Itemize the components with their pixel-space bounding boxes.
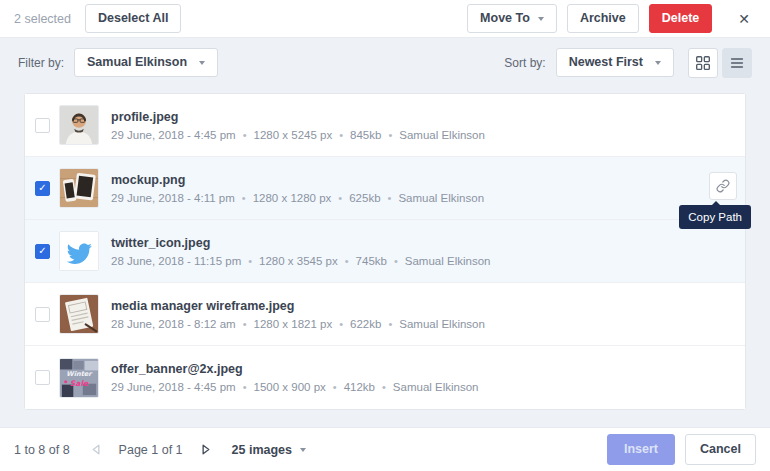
file-owner: Samual Elkinson [398, 192, 484, 204]
dot-separator: • [243, 381, 247, 393]
row-checkbox[interactable] [35, 118, 50, 133]
footer-actions: Insert Cancel [607, 434, 756, 465]
cancel-button[interactable]: Cancel [685, 434, 756, 465]
file-size: 845kb [350, 129, 381, 141]
file-owner: Samual Elkinson [393, 381, 479, 393]
svg-text:Sale: Sale [70, 378, 89, 387]
media-manager-modal: 2 selected Deselect All Move To Archive … [0, 0, 770, 471]
file-meta: 29 June, 2018 - 4:11 pm • 1280 x 1280 px… [111, 192, 484, 204]
dot-separator: • [345, 255, 349, 267]
file-date: 29 June, 2018 - 4:45 pm [111, 129, 236, 141]
delete-button[interactable]: Delete [649, 4, 713, 33]
next-page-button[interactable] [195, 439, 216, 460]
file-info: profile.jpeg 29 June, 2018 - 4:45 pm • 1… [111, 110, 485, 141]
file-name: offer_banner@2x.jpeg [111, 362, 479, 376]
file-size: 412kb [344, 381, 375, 393]
dot-separator: • [248, 255, 252, 267]
archive-button[interactable]: Archive [567, 4, 639, 33]
file-row[interactable]: Winter Sale profile.jpeg 29 June, 2018 -… [25, 94, 745, 157]
dot-separator: • [394, 255, 398, 267]
file-info: twitter_icon.jpeg 28 June, 2018 - 11:15 … [111, 236, 490, 267]
file-owner: Samual Elkinson [399, 129, 485, 141]
insert-button[interactable]: Insert [607, 434, 675, 465]
file-date: 29 June, 2018 - 4:45 pm [111, 381, 236, 393]
row-checkbox[interactable] [35, 370, 50, 385]
move-to-button[interactable]: Move To [467, 4, 557, 33]
dot-separator: • [243, 129, 247, 141]
file-name: media manager wireframe.jpeg [111, 299, 485, 313]
file-meta: 29 June, 2018 - 4:45 pm • 1500 x 900 px … [111, 381, 479, 393]
file-thumbnail: Winter Sale [59, 168, 99, 208]
chevron-right-icon [197, 441, 214, 458]
move-to-label: Move To [480, 12, 530, 25]
deselect-all-button[interactable]: Deselect All [85, 4, 181, 33]
file-thumbnail: Winter Sale [59, 105, 99, 145]
close-icon[interactable]: ✕ [732, 7, 756, 31]
file-row[interactable]: Winter Sale offer_banner@2x.jpeg 29 June… [25, 346, 745, 409]
link-icon [716, 179, 730, 193]
grid-view-button[interactable] [688, 48, 718, 78]
file-thumbnail: Winter Sale [59, 358, 99, 398]
filter-sort-bar: Filter by: Samual Elkinson Sort by: Newe… [0, 38, 770, 78]
dot-separator: • [242, 192, 246, 204]
sort-by-label: Sort by: [504, 56, 545, 70]
file-row[interactable]: Winter Sale media manager wireframe.jpeg… [25, 283, 745, 346]
file-meta: 28 June, 2018 - 11:15 pm • 1280 x 3545 p… [111, 255, 490, 267]
chevron-down-icon [199, 61, 205, 65]
toolbar-actions: Move To Archive Delete ✕ [467, 4, 756, 33]
file-size: 622kb [350, 318, 381, 330]
file-meta: 28 June, 2018 - 8:12 am • 1280 x 1821 px… [111, 318, 485, 330]
dot-separator: • [338, 192, 342, 204]
view-toggle [688, 48, 752, 78]
file-list: Winter Sale profile.jpeg 29 June, 2018 -… [24, 93, 746, 410]
selection-toolbar: 2 selected Deselect All Move To Archive … [0, 0, 770, 38]
per-page-dropdown[interactable]: 25 images [232, 443, 306, 457]
file-name: mockup.png [111, 173, 484, 187]
dot-separator: • [339, 318, 343, 330]
svg-text:Winter: Winter [66, 370, 93, 378]
file-dimensions: 1280 x 1280 px [253, 192, 332, 204]
row-checkbox[interactable] [35, 244, 50, 259]
file-row[interactable]: Winter Sale mockup.png 29 June, 2018 - 4… [25, 157, 745, 220]
dot-separator: • [382, 381, 386, 393]
filter-by-value: Samual Elkinson [87, 56, 187, 69]
file-info: offer_banner@2x.jpeg 29 June, 2018 - 4:4… [111, 362, 479, 393]
dot-separator: • [243, 318, 247, 330]
file-owner: Samual Elkinson [405, 255, 491, 267]
file-date: 28 June, 2018 - 8:12 am [111, 318, 236, 330]
file-thumbnail: Winter Sale [59, 294, 99, 334]
file-dimensions: 1280 x 1821 px [254, 318, 333, 330]
file-info: media manager wireframe.jpeg 28 June, 20… [111, 299, 485, 330]
previous-page-button[interactable] [86, 439, 107, 460]
results-range: 1 to 8 of 8 [14, 443, 70, 457]
row-checkbox[interactable] [35, 307, 50, 322]
file-dimensions: 1280 x 3545 px [259, 255, 338, 267]
file-meta: 29 June, 2018 - 4:45 pm • 1280 x 5245 px… [111, 129, 485, 141]
per-page-value: 25 images [232, 443, 292, 457]
chevron-down-icon [655, 61, 661, 65]
filter-by-dropdown[interactable]: Samual Elkinson [74, 48, 218, 77]
pagination-footer: 1 to 8 of 8 Page 1 of 1 25 images Insert… [0, 427, 770, 471]
row-checkbox[interactable] [35, 181, 50, 196]
sort-by-dropdown[interactable]: Newest First [556, 48, 674, 77]
list-view-button[interactable] [722, 48, 752, 78]
grid-icon [694, 54, 712, 72]
chevron-down-icon [300, 448, 306, 452]
filter-by-label: Filter by: [18, 56, 64, 70]
file-owner: Samual Elkinson [399, 318, 485, 330]
dot-separator: • [333, 381, 337, 393]
copy-path-tooltip: Copy Path [679, 205, 751, 229]
sort-view-controls: Sort by: Newest First [504, 48, 752, 78]
copy-path-wrap: Copy Path [709, 172, 737, 200]
file-thumbnail: Winter Sale [59, 231, 99, 271]
file-dimensions: 1500 x 900 px [254, 381, 326, 393]
file-name: twitter_icon.jpeg [111, 236, 490, 250]
file-date: 28 June, 2018 - 11:15 pm [111, 255, 241, 267]
file-row[interactable]: Winter Sale twitter_icon.jpeg 28 June, 2… [25, 220, 745, 283]
copy-path-button[interactable] [709, 172, 737, 200]
file-info: mockup.png 29 June, 2018 - 4:11 pm • 128… [111, 173, 484, 204]
file-name: profile.jpeg [111, 110, 485, 124]
dot-separator: • [388, 129, 392, 141]
chevron-down-icon [538, 17, 544, 21]
dot-separator: • [388, 192, 392, 204]
